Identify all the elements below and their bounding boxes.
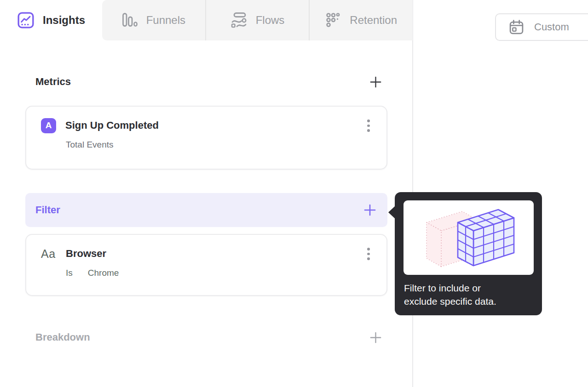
metric-aggregation[interactable]: Total Events — [26, 140, 386, 150]
tooltip-text-line1: Filter to include or — [404, 281, 496, 295]
filter-value[interactable]: Chrome — [88, 268, 119, 278]
string-property-icon: Aa — [41, 247, 57, 261]
plus-icon — [369, 76, 382, 88]
plus-icon — [363, 204, 376, 216]
filter-section-title: Filter — [35, 204, 60, 216]
add-metric-button[interactable] — [369, 76, 382, 88]
tooltip-text: Filter to include or exclude specific da… — [404, 281, 496, 308]
tab-insights[interactable]: Insights — [0, 0, 102, 40]
filter-tooltip: Filter to include or exclude specific da… — [395, 192, 542, 315]
tab-funnels[interactable]: Funnels — [102, 0, 205, 40]
plus-icon — [369, 331, 382, 344]
tab-retention-label: Retention — [350, 14, 397, 27]
tab-insights-label: Insights — [43, 14, 85, 27]
metrics-section-header: Metrics — [25, 75, 387, 88]
tooltip-text-line2: exclude specific data. — [404, 295, 496, 308]
filter-section-header: Filter — [25, 193, 387, 227]
filter-cube-illustration — [404, 200, 534, 275]
kebab-menu-icon[interactable] — [363, 246, 375, 262]
breakdown-section-title: Breakdown — [35, 331, 90, 343]
date-range-custom-button[interactable]: Custom — [495, 13, 588, 41]
add-breakdown-button[interactable] — [369, 331, 382, 344]
flows-wave-icon — [231, 12, 248, 28]
metric-name: Sign Up Completed — [65, 120, 353, 131]
insights-chart-icon — [17, 11, 35, 29]
tooltip-arrow — [388, 205, 396, 219]
breakdown-section-header: Breakdown — [25, 331, 387, 344]
filter-card-browser[interactable]: Aa Browser Is Chrome — [25, 234, 387, 296]
filter-card-header: Aa Browser — [26, 235, 386, 262]
insights-builder-screen: Insights Funnels — [0, 0, 588, 387]
funnels-bars-icon — [122, 12, 138, 28]
filter-property-name: Browser — [66, 248, 353, 260]
tab-flows-label: Flows — [256, 14, 285, 27]
retention-dots-icon — [325, 12, 342, 28]
metrics-section-title: Metrics — [35, 76, 71, 88]
filter-operator[interactable]: Is — [66, 268, 73, 278]
tab-group-inactive: Funnels Flows — [102, 0, 413, 40]
metric-series-badge: A — [41, 118, 56, 133]
date-range-custom-label: Custom — [534, 21, 569, 33]
tab-funnels-label: Funnels — [146, 14, 185, 27]
tab-retention[interactable]: Retention — [309, 0, 413, 40]
metric-card-sign-up-completed[interactable]: A Sign Up Completed Total Events — [25, 106, 387, 170]
tab-flows[interactable]: Flows — [205, 0, 309, 40]
kebab-menu-icon[interactable] — [363, 118, 375, 134]
add-filter-button[interactable] — [363, 204, 376, 216]
filter-condition: Is Chrome — [26, 268, 386, 278]
calendar-icon — [508, 19, 525, 35]
metric-card-header: A Sign Up Completed — [26, 107, 386, 134]
